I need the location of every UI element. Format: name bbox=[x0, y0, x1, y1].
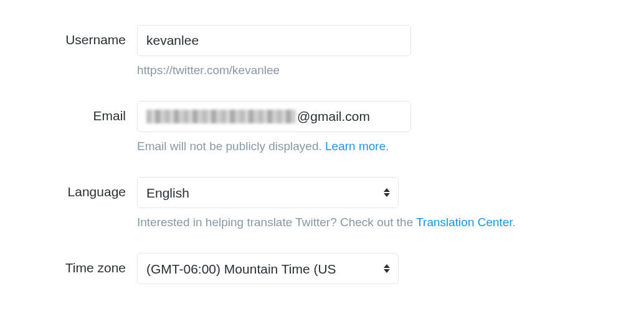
username-row: Username https://twitter.com/kevanlee bbox=[19, 25, 625, 96]
timezone-row: Time zone (GMT-06:00) Mountain Time (US bbox=[19, 253, 625, 284]
email-row: Email @gmail.com Email will not be publi… bbox=[19, 101, 625, 172]
email-help: Email will not be publicly displayed. Le… bbox=[137, 140, 625, 153]
timezone-select-wrap: (GMT-06:00) Mountain Time (US bbox=[137, 253, 399, 284]
email-learn-more-link[interactable]: Learn more bbox=[325, 140, 386, 153]
language-row: Language English Interested in helping t… bbox=[19, 177, 625, 248]
email-input[interactable]: @gmail.com bbox=[137, 101, 411, 132]
translation-center-link[interactable]: Translation Center bbox=[416, 216, 513, 229]
email-help-text: Email will not be publicly displayed. bbox=[137, 140, 325, 153]
email-field-col: @gmail.com Email will not be publicly di… bbox=[137, 101, 625, 172]
language-help-text: Interested in helping translate Twitter?… bbox=[137, 216, 416, 229]
language-help-period: . bbox=[513, 216, 516, 229]
language-select-wrap: English bbox=[137, 177, 399, 208]
language-label: Language bbox=[19, 177, 137, 199]
email-label: Email bbox=[19, 101, 137, 123]
username-input[interactable] bbox=[137, 25, 411, 56]
timezone-select[interactable]: (GMT-06:00) Mountain Time (US bbox=[137, 253, 399, 284]
username-label: Username bbox=[19, 25, 137, 47]
username-url-help: https://twitter.com/kevanlee bbox=[137, 64, 625, 77]
username-field-col: https://twitter.com/kevanlee bbox=[137, 25, 625, 96]
timezone-label: Time zone bbox=[19, 253, 137, 275]
email-domain-suffix: @gmail.com bbox=[297, 109, 370, 124]
email-redacted-blur bbox=[146, 110, 296, 123]
language-select[interactable]: English bbox=[137, 177, 399, 208]
timezone-field-col: (GMT-06:00) Mountain Time (US bbox=[137, 253, 625, 284]
email-help-period: . bbox=[386, 140, 389, 153]
language-field-col: English Interested in helping translate … bbox=[137, 177, 625, 248]
language-help: Interested in helping translate Twitter?… bbox=[137, 216, 625, 229]
